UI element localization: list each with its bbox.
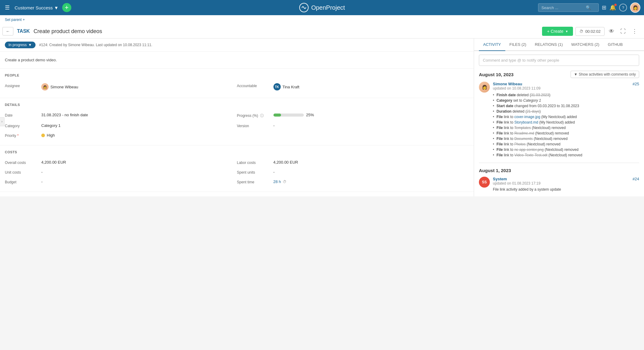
accountable-value[interactable]: TK Tina Kraft bbox=[273, 83, 300, 90]
nav-right-area: 🔍 ⊞ 🔔 ? 👩 bbox=[538, 2, 640, 13]
logo-icon bbox=[299, 3, 309, 12]
tab-relations[interactable]: RELATIONS (1) bbox=[530, 39, 567, 51]
activity-avatar-system: SS bbox=[479, 177, 490, 188]
activity-number-24[interactable]: #24 bbox=[632, 177, 639, 181]
more-options-button[interactable]: ⋮ bbox=[630, 27, 639, 36]
progress-help-icon[interactable]: ⓘ bbox=[260, 114, 264, 118]
progress-label: Progress (%) ⓘ bbox=[237, 113, 273, 118]
date-label: Date bbox=[5, 113, 41, 117]
spent-time-value[interactable]: 28 h ⏱ bbox=[273, 179, 286, 184]
status-badge[interactable]: In progress ▼ bbox=[5, 42, 36, 48]
change-file-templates: File link to Templates (Nextcloud) remov… bbox=[493, 125, 639, 131]
logo-text: OpenProject bbox=[311, 4, 345, 11]
activity-entry-24: SS System #24 updated on 01.08.2023 17:1… bbox=[479, 177, 639, 192]
category-value[interactable]: Category 1 bbox=[41, 123, 61, 128]
accountable-label: Accountable bbox=[237, 83, 273, 88]
unit-costs-field: Unit costs - bbox=[5, 167, 237, 177]
user-avatar[interactable]: 👩 bbox=[630, 2, 640, 13]
activity-author-24[interactable]: System bbox=[493, 177, 507, 181]
labor-costs-value[interactable]: 4,200.00 EUR bbox=[273, 160, 298, 165]
change-file-documents: File link to Documents (Nextcloud) remov… bbox=[493, 136, 639, 141]
date-value[interactable]: 31.08.2023 - no finish date bbox=[41, 113, 88, 117]
page-container: Set parent + ← TASK Create product demo … bbox=[0, 15, 644, 196]
top-navigation: ☰ Customer Success ▼ + OpenProject 🔍 ⊞ 🔔… bbox=[0, 0, 644, 15]
activity-body-25: Simone Wibeau #25 updated on 10.08.2023 … bbox=[493, 82, 639, 158]
main-content: In progress ▼ #124: Created by Simone Wi… bbox=[0, 39, 644, 196]
add-button[interactable]: + bbox=[62, 3, 71, 12]
overall-costs-field: Overall costs 4,200.00 EUR bbox=[5, 158, 237, 167]
search-box[interactable]: 🔍 bbox=[538, 3, 599, 12]
activity-avatar-simone: 👩 bbox=[479, 82, 490, 93]
left-panel: In progress ▼ #124: Created by Simone Wi… bbox=[0, 39, 474, 196]
tab-github[interactable]: GITHUB bbox=[604, 39, 627, 51]
priority-dot-icon bbox=[41, 134, 45, 137]
notification-badge bbox=[614, 4, 617, 6]
activity-time-24: updated on 01.08.2023 17:19 bbox=[493, 181, 639, 185]
avatar-image: 👩 bbox=[631, 3, 640, 12]
grid-icon[interactable]: ⊞ bbox=[602, 4, 606, 11]
notifications-icon[interactable]: 🔔 bbox=[609, 4, 616, 11]
change-duration: Duration deleted (21 days) bbox=[493, 109, 639, 114]
help-icon[interactable]: ? bbox=[619, 4, 627, 12]
comment-placeholder: Comment and type @ to notify other peopl… bbox=[483, 58, 559, 63]
details-section: › DETAILS Date 31.08.2023 - no finish da… bbox=[0, 98, 474, 145]
change-start-date: Start date changed from 03.03.2023 to 31… bbox=[493, 103, 639, 109]
header-actions: + Create ▼ ⏱ 00:02:02 👁 ⛶ ⋮ bbox=[542, 27, 639, 36]
priority-required-marker: * bbox=[16, 134, 19, 138]
spent-units-value[interactable]: - bbox=[273, 170, 275, 174]
priority-value[interactable]: High bbox=[41, 133, 55, 138]
unit-costs-value[interactable]: - bbox=[41, 170, 42, 174]
create-button[interactable]: + Create ▼ bbox=[542, 27, 573, 36]
assignee-value[interactable]: 👩 Simone Wibeau bbox=[41, 83, 78, 90]
activity-section: August 10, 2023 ▼ Show activities with c… bbox=[474, 71, 644, 192]
activity-author-25[interactable]: Simone Wibeau bbox=[493, 82, 522, 86]
date-field: Date 31.08.2023 - no finish date bbox=[5, 110, 237, 121]
activity-date-aug1: August 1, 2023 bbox=[479, 168, 511, 173]
breadcrumb: Set parent + bbox=[0, 15, 644, 24]
progress-field: Progress (%) ⓘ 25% bbox=[237, 110, 469, 121]
change-file-storyboard: File link to Storyboard.md (My Nextcloud… bbox=[493, 120, 639, 125]
activity-date-header-aug10: August 10, 2023 ▼ Show activities with c… bbox=[479, 71, 639, 78]
details-section-title: DETAILS bbox=[5, 103, 469, 107]
search-input[interactable] bbox=[541, 5, 584, 10]
status-caret-icon: ▼ bbox=[28, 43, 32, 47]
fullscreen-button[interactable]: ⛶ bbox=[619, 27, 628, 36]
change-file-video: File link to Video-Texte-Test.odt (Nextc… bbox=[493, 152, 639, 158]
comment-input[interactable]: Comment and type @ to notify other peopl… bbox=[479, 55, 639, 66]
activity-body-24: System #24 updated on 01.08.2023 17:19 F… bbox=[493, 177, 639, 192]
cover-image-link[interactable]: cover-image.jpg bbox=[514, 115, 540, 119]
budget-value[interactable]: - bbox=[41, 179, 42, 184]
collapse-arrow[interactable]: › bbox=[0, 117, 5, 126]
time-tracker-button[interactable]: ⏱ 00:02:02 bbox=[575, 27, 605, 36]
priority-field: Priority * High bbox=[5, 131, 237, 140]
tab-watchers[interactable]: WATCHERS (2) bbox=[567, 39, 603, 51]
watch-button[interactable]: 👁 bbox=[607, 27, 616, 36]
divider bbox=[479, 163, 639, 163]
task-type-label: TASK bbox=[17, 29, 30, 34]
category-label: Category bbox=[5, 123, 41, 128]
spent-units-label: Spent units bbox=[237, 170, 273, 175]
storyboard-link[interactable]: Storyboard.md bbox=[514, 120, 538, 124]
task-title: Create product demo videos bbox=[33, 28, 102, 35]
set-parent-link[interactable]: Set parent + bbox=[5, 18, 25, 22]
back-button[interactable]: ← bbox=[2, 27, 13, 36]
spent-units-field: Spent units - bbox=[237, 167, 469, 177]
change-file-photos: File link to Photos (Nextcloud) removed bbox=[493, 141, 639, 147]
spent-time-icon[interactable]: ⏱ bbox=[283, 180, 286, 184]
version-field: Version - bbox=[237, 121, 469, 131]
project-name: Customer Success bbox=[15, 5, 53, 10]
app-logo: OpenProject bbox=[299, 3, 345, 12]
version-value[interactable]: - bbox=[273, 123, 275, 128]
project-selector[interactable]: Customer Success ▼ bbox=[15, 5, 59, 10]
activity-time-25: updated on 10.08.2023 11:09 bbox=[493, 86, 639, 90]
overall-costs-value[interactable]: 4,200.00 EUR bbox=[41, 160, 66, 165]
details-fields: Date 31.08.2023 - no finish date Progres… bbox=[5, 110, 469, 140]
filter-comments-button[interactable]: ▼ Show activities with comments only bbox=[571, 71, 639, 78]
progress-value[interactable]: 25% bbox=[273, 113, 314, 117]
spent-time-field: Spent time 28 h ⏱ bbox=[237, 177, 469, 187]
tab-files[interactable]: FILES (2) bbox=[505, 39, 531, 51]
change-file-readme: File link to Readme.md (Nextcloud) remov… bbox=[493, 131, 639, 136]
hamburger-menu-icon[interactable]: ☰ bbox=[4, 3, 11, 12]
tab-activity[interactable]: ACTIVITY bbox=[479, 39, 505, 51]
activity-number-25[interactable]: #25 bbox=[632, 82, 639, 86]
